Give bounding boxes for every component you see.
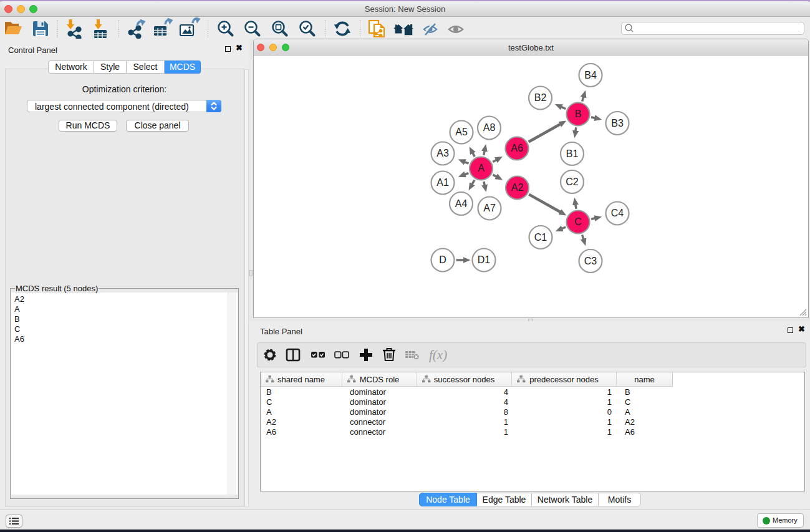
svg-text:D1: D1	[478, 254, 491, 265]
svg-text:C: C	[574, 216, 582, 227]
svg-text:A2: A2	[511, 182, 524, 193]
svg-text:A1: A1	[436, 177, 449, 188]
svg-text:C2: C2	[566, 177, 579, 187]
svg-text:f(x): f(x)	[429, 347, 447, 362]
svg-text:C1: C1	[534, 232, 547, 243]
svg-text:A: A	[478, 163, 485, 173]
svg-text:B4: B4	[584, 70, 597, 80]
svg-text:A5: A5	[455, 127, 468, 137]
svg-text:A3: A3	[436, 148, 449, 158]
svg-text:A7: A7	[483, 203, 496, 213]
svg-text:B: B	[575, 109, 582, 119]
svg-text:A4: A4	[455, 198, 468, 209]
svg-text:C4: C4	[611, 208, 624, 218]
svg-text:B2: B2	[534, 92, 547, 103]
svg-text:D: D	[439, 254, 446, 265]
svg-text:C3: C3	[584, 256, 597, 266]
svg-text:A6: A6	[511, 143, 523, 153]
svg-text:A8: A8	[483, 122, 496, 133]
svg-text:B1: B1	[566, 148, 579, 159]
svg-text:B3: B3	[611, 118, 624, 128]
